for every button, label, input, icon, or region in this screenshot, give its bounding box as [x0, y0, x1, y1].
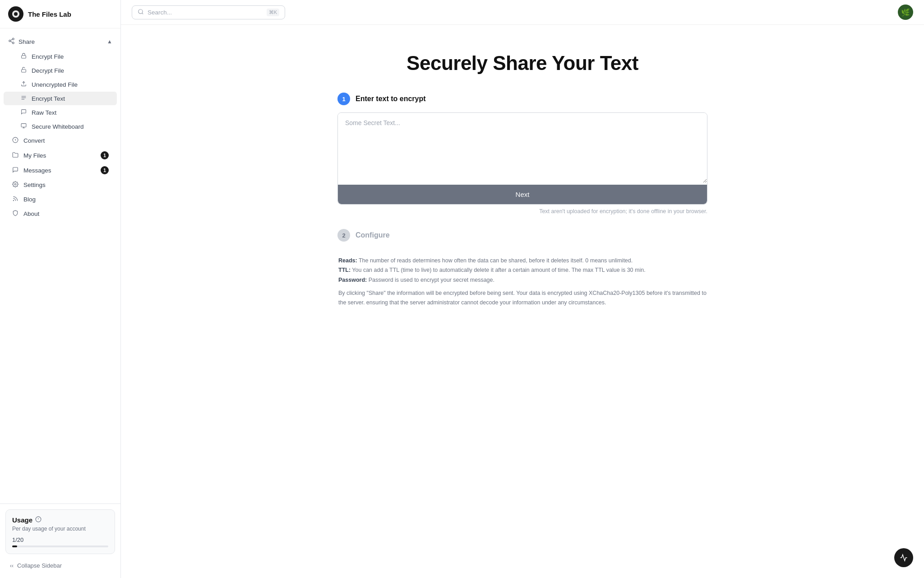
sidebar-item-settings[interactable]: Settings	[4, 178, 117, 192]
svg-point-1	[14, 12, 18, 16]
password-info: Password: Password is used to encrypt yo…	[338, 275, 707, 285]
search-bar[interactable]: Search... ⌘K	[132, 5, 285, 19]
settings-icon	[12, 181, 19, 189]
step1-label: Enter text to encrypt	[356, 95, 426, 103]
chevron-left-icon: ‹‹	[10, 563, 14, 569]
svg-rect-7	[21, 56, 26, 58]
sidebar-item-encrypt-file[interactable]: Encrypt File	[4, 50, 117, 63]
sidebar-item-about[interactable]: About	[4, 207, 117, 221]
fab-button[interactable]	[894, 548, 913, 567]
monitor-icon	[20, 123, 27, 130]
avatar[interactable]: 🌿	[898, 5, 913, 20]
sidebar-item-unencrypted-file[interactable]: Unencrypted File	[4, 78, 117, 91]
sidebar-item-raw-text[interactable]: Raw Text	[4, 106, 117, 119]
step1-header: 1 Enter text to encrypt	[337, 93, 707, 105]
sidebar-bottom: Usage Per day usage of your account 1/20…	[0, 503, 120, 578]
folder-icon	[12, 152, 19, 159]
progress-bar-fill	[12, 545, 17, 547]
info-section: Reads: The number of reads determines ho…	[337, 256, 707, 308]
share-icon	[8, 37, 15, 46]
ttl-info: TTL: You can add a TTL (time to live) to…	[338, 266, 707, 275]
usage-subtitle: Per day usage of your account	[12, 526, 108, 532]
search-placeholder: Search...	[148, 9, 263, 16]
svg-line-23	[142, 13, 143, 14]
reads-info: Reads: The number of reads determines ho…	[338, 256, 707, 266]
textarea-wrapper: Next	[337, 112, 707, 205]
svg-line-6	[10, 39, 12, 40]
sidebar-item-secure-whiteboard[interactable]: Secure Whiteboard	[4, 120, 117, 133]
step2-header: 2 Configure	[337, 229, 707, 242]
usage-card: Usage Per day usage of your account 1/20	[5, 509, 115, 554]
svg-point-18	[13, 200, 14, 201]
svg-point-22	[139, 9, 143, 13]
topbar: Search... ⌘K 🌿	[121, 0, 924, 25]
step2-section: 2 Configure	[337, 229, 707, 242]
sidebar-item-encrypt-text[interactable]: Encrypt Text	[4, 92, 117, 105]
messages-badge: 1	[101, 166, 109, 174]
shield-icon	[12, 210, 19, 218]
step1-number: 1	[337, 93, 350, 105]
usage-info-icon	[35, 516, 42, 524]
search-icon	[138, 9, 144, 16]
rss-icon	[12, 196, 19, 203]
collapse-sidebar-button[interactable]: ‹‹ Collapse Sidebar	[5, 559, 115, 573]
search-shortcut: ⌘K	[267, 9, 279, 16]
share-section-header[interactable]: Share ▲	[0, 34, 120, 49]
step2-label: Configure	[356, 231, 390, 239]
my-files-badge: 1	[101, 151, 109, 159]
upload-icon	[20, 81, 27, 88]
convert-icon	[12, 137, 19, 144]
svg-rect-8	[21, 70, 26, 72]
unlock-icon	[20, 67, 27, 74]
usage-count: 1/20	[12, 536, 108, 543]
chat-icon	[20, 109, 27, 116]
offline-note: Text aren't uploaded for encryption; it'…	[337, 208, 707, 214]
sidebar: The Files Lab Share ▲ Encrypt File	[0, 0, 121, 578]
svg-line-5	[10, 41, 12, 42]
step2-number: 2	[337, 229, 350, 242]
app-name: The Files Lab	[28, 10, 71, 18]
sidebar-item-decrypt-file[interactable]: Decrypt File	[4, 64, 117, 77]
svg-point-4	[12, 42, 14, 44]
sidebar-item-blog[interactable]: Blog	[4, 192, 117, 206]
secret-text-input[interactable]	[338, 113, 707, 183]
message-icon	[12, 167, 19, 174]
svg-point-3	[9, 40, 11, 42]
next-button[interactable]: Next	[338, 185, 707, 204]
text-icon	[20, 95, 27, 102]
sidebar-nav: Share ▲ Encrypt File Decrypt File Unencr…	[0, 28, 120, 503]
svg-point-2	[12, 38, 14, 40]
app-logo	[8, 6, 23, 22]
svg-rect-13	[21, 124, 26, 127]
usage-title: Usage	[12, 516, 108, 524]
lock-icon	[20, 53, 27, 60]
page-title: Securely Share Your Text	[337, 52, 707, 75]
sidebar-item-my-files[interactable]: My Files 1	[4, 148, 117, 163]
progress-bar-bg	[12, 545, 108, 547]
share-section-label: Share	[8, 37, 35, 46]
sidebar-item-convert[interactable]: Convert	[4, 134, 117, 148]
sidebar-header: The Files Lab	[0, 0, 120, 28]
chevron-up-icon: ▲	[107, 38, 112, 45]
main-content: Search... ⌘K 🌿 Securely Share Your Text …	[121, 0, 924, 578]
svg-point-17	[14, 183, 16, 185]
step1-section: 1 Enter text to encrypt Next Text aren't…	[337, 93, 707, 214]
share-note: By clicking "Share" the information will…	[338, 289, 707, 308]
sidebar-item-messages[interactable]: Messages 1	[4, 163, 117, 177]
page-content: Securely Share Your Text 1 Enter text to…	[319, 25, 725, 326]
